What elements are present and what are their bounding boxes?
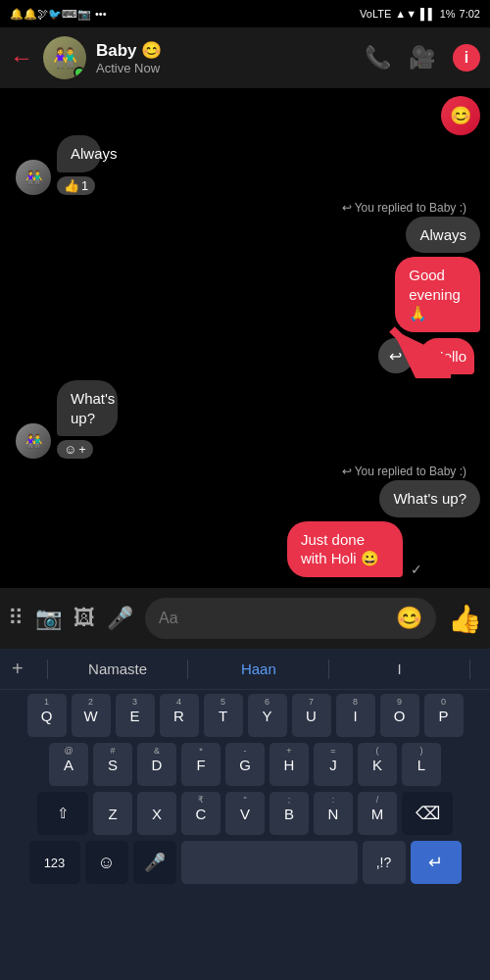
key-x[interactable]: X	[137, 792, 176, 835]
key-l[interactable]: )L	[402, 743, 441, 786]
suggestion-haan[interactable]: Haan	[196, 661, 320, 677]
bubble-whatsup: What's up?	[57, 380, 118, 436]
message-row: 👫 Always 👍 1	[10, 135, 480, 195]
key-k[interactable]: (K	[358, 743, 397, 786]
key-d[interactable]: &D	[137, 743, 176, 786]
camera-icon[interactable]: 📷	[35, 606, 62, 631]
message-toolbar: ⠿ 📷 🖼 🎤 😊 👍	[0, 588, 490, 649]
sep	[469, 660, 470, 679]
reaction-add[interactable]: ☺ +	[57, 440, 93, 459]
comma-key[interactable]: ,!?	[363, 841, 406, 884]
key-q[interactable]: 1Q	[27, 694, 67, 737]
key-e[interactable]: 3E	[116, 694, 155, 737]
avatar: 👫	[16, 423, 51, 459]
shift-key[interactable]: ⇧	[37, 792, 88, 835]
sep	[47, 660, 48, 679]
key-m[interactable]: /M	[358, 792, 397, 835]
key-p[interactable]: 0P	[424, 694, 464, 737]
backspace-key[interactable]: ⌫	[402, 792, 453, 835]
chat-area: 😊 👫 Always 👍 1 ↩ You replied to Baby :) …	[0, 88, 490, 588]
key-r[interactable]: 4R	[160, 694, 199, 737]
bubble-quoted-whatsup: What's up?	[379, 480, 480, 517]
key-a[interactable]: @A	[49, 743, 88, 786]
message-text: What's up?	[71, 390, 115, 426]
bubble-always-left: Always	[57, 135, 101, 172]
sender-avatar-top: 😊	[441, 96, 480, 135]
image-icon[interactable]: 🖼	[74, 606, 95, 631]
quoted-text: Always	[419, 226, 466, 243]
message-row: What's up? Just done with Holi 😀 ✓	[10, 480, 480, 577]
reply-arrow-icon: ↩	[342, 201, 352, 215]
enter-key[interactable]: ↵	[411, 841, 462, 884]
phone-button[interactable]: 📞	[365, 45, 391, 71]
keyboard: + Namaste Haan I 1Q 2W 3E 4R 5T 6Y 7U 8I…	[0, 649, 490, 980]
contact-avatar[interactable]: 👫	[43, 36, 86, 79]
key-f[interactable]: *F	[181, 743, 220, 786]
suggestions-row: + Namaste Haan I	[0, 649, 490, 690]
key-t[interactable]: 5T	[204, 694, 243, 737]
reaction-emoji: 👍	[64, 178, 79, 193]
reply-label-2: You replied to Baby :)	[355, 465, 466, 478]
message-input[interactable]	[159, 610, 388, 627]
key-row-2: @A #S &D *F -G +H =J (K )L	[4, 743, 486, 786]
contact-name: Baby 😊	[96, 40, 355, 61]
key-u[interactable]: 7U	[292, 694, 331, 737]
emoji-key[interactable]: ☺	[85, 841, 128, 884]
more-dots: •••	[95, 8, 107, 20]
signal-icon: ▌▌	[420, 8, 436, 20]
volte-icon: VoLTE	[360, 8, 391, 20]
key-y[interactable]: 6Y	[248, 694, 287, 737]
quoted-text-2: What's up?	[393, 490, 466, 507]
online-indicator	[74, 67, 85, 78]
pointer-arrow	[372, 300, 451, 382]
message-text: Just done with Holi 😀	[301, 531, 379, 567]
key-g[interactable]: -G	[225, 743, 265, 786]
back-button[interactable]: ←	[10, 44, 33, 72]
mic-icon[interactable]: 🎤	[107, 606, 133, 631]
time-label: 7:02	[460, 8, 480, 20]
num-key[interactable]: 123	[29, 841, 80, 884]
notification-icons: 🔔🔔🕊🐦⌨📷	[10, 8, 91, 21]
emoji-picker-icon[interactable]: 😊	[396, 606, 422, 631]
key-z[interactable]: Z	[93, 792, 132, 835]
suggestion-namaste[interactable]: Namaste	[56, 661, 180, 677]
key-j[interactable]: =J	[314, 743, 353, 786]
video-button[interactable]: 🎥	[409, 45, 435, 71]
reply-arrow-icon-2: ↩	[342, 465, 352, 478]
chat-header: ← 👫 Baby 😊 Active Now 📞 🎥 i	[0, 27, 490, 88]
contact-info: Baby 😊 Active Now	[96, 40, 355, 75]
grid-icon[interactable]: ⠿	[8, 606, 24, 631]
reply-indicator-2: ↩ You replied to Baby :)	[10, 465, 480, 478]
sep	[187, 660, 188, 679]
info-button[interactable]: i	[453, 44, 480, 72]
key-i[interactable]: 8I	[336, 694, 375, 737]
reply-indicator: ↩ You replied to Baby :)	[10, 201, 480, 215]
key-v[interactable]: "V	[225, 792, 265, 835]
bubble-holi: Just done with Holi 😀	[287, 521, 403, 577]
suggestion-plus[interactable]: +	[12, 658, 24, 680]
key-h[interactable]: +H	[270, 743, 309, 786]
key-s[interactable]: #S	[93, 743, 132, 786]
keyboard-rows: 1Q 2W 3E 4R 5T 6Y 7U 8I 9O 0P @A #S &D *…	[0, 690, 490, 888]
suggestion-i[interactable]: I	[337, 661, 462, 677]
wifi-icon: ▲▼	[395, 8, 416, 20]
key-n[interactable]: :N	[314, 792, 353, 835]
battery-label: 1%	[440, 8, 456, 20]
header-actions: 📞 🎥 i	[365, 44, 480, 72]
reaction-badge[interactable]: 👍 1	[57, 176, 95, 195]
key-o[interactable]: 9O	[380, 694, 419, 737]
like-button[interactable]: 👍	[448, 603, 482, 635]
bottom-row: 123 ☺ 🎤 ,!? ↵	[4, 841, 486, 884]
key-row-1: 1Q 2W 3E 4R 5T 6Y 7U 8I 9O 0P	[4, 694, 486, 737]
key-b[interactable]: ;B	[270, 792, 309, 835]
status-left: 🔔🔔🕊🐦⌨📷 •••	[10, 8, 107, 21]
svg-line-1	[392, 329, 431, 368]
emoji-icon: ☺	[64, 442, 76, 457]
contact-status: Active Now	[96, 61, 355, 75]
space-key[interactable]	[181, 841, 358, 884]
status-bar: 🔔🔔🕊🐦⌨📷 ••• VoLTE ▲▼ ▌▌ 1% 7:02	[0, 0, 490, 27]
input-wrap: 😊	[145, 598, 436, 639]
key-w[interactable]: 2W	[72, 694, 111, 737]
mic-key[interactable]: 🎤	[133, 841, 176, 884]
key-c[interactable]: ₹C	[181, 792, 220, 835]
